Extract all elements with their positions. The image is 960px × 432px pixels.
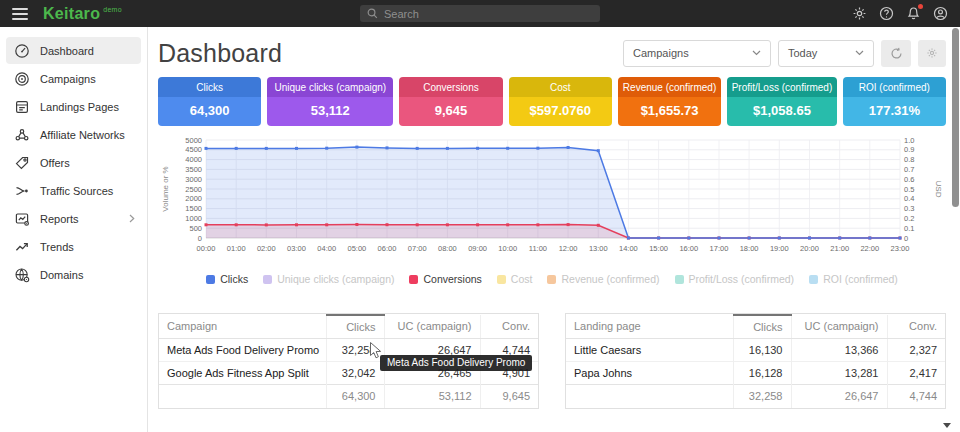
sidebar-item-label: Landings Pages xyxy=(40,101,135,113)
svg-text:03:00: 03:00 xyxy=(287,244,306,253)
svg-text:3000: 3000 xyxy=(185,175,202,184)
date-range-select[interactable]: Today xyxy=(778,40,874,67)
column-header-uc-campaign[interactable]: UC (campaign) xyxy=(791,315,887,339)
svg-text:0.6: 0.6 xyxy=(904,175,914,184)
metric-card-clicks[interactable]: Clicks64,300 xyxy=(158,77,261,126)
logo-text: Keitaro xyxy=(43,5,100,22)
legend-label: Conversions xyxy=(423,274,481,285)
metric-card-label: Conversions xyxy=(399,77,502,97)
chevron-right-icon xyxy=(129,214,135,223)
total-value: 26,647 xyxy=(791,385,887,408)
metric-card-profit-loss-confirmed[interactable]: Profit/Loss (confirmed)$1,058.65 xyxy=(727,77,837,126)
legend-swatch xyxy=(809,275,818,284)
svg-text:0.7: 0.7 xyxy=(904,165,914,174)
metric-card-value: 9,645 xyxy=(399,97,502,126)
svg-text:20:00: 20:00 xyxy=(800,244,819,253)
sidebar-item-traffic-sources[interactable]: Traffic Sources xyxy=(6,177,141,204)
row-value: 2,417 xyxy=(887,362,945,385)
sidebar-item-label: Dashboard xyxy=(40,45,135,57)
sidebar-item-domains[interactable]: Domains xyxy=(6,261,141,288)
legend-item-cost[interactable]: Cost xyxy=(497,274,533,285)
metric-card-cost[interactable]: Cost$597.0760 xyxy=(509,77,612,126)
column-header-conv[interactable]: Conv. xyxy=(887,315,945,339)
legend-item-revenue-confirmed[interactable]: Revenue (confirmed) xyxy=(547,274,659,285)
app-logo[interactable]: Keitarodemo xyxy=(43,6,122,22)
sidebar-item-affiliate-networks[interactable]: Affiliate Networks xyxy=(6,121,141,148)
row-name[interactable]: Little Caesars xyxy=(566,339,733,362)
help-icon[interactable] xyxy=(879,6,894,21)
legend-item-conversions[interactable]: Conversions xyxy=(409,274,481,285)
table-row[interactable]: Papa Johns16,12813,2812,417 xyxy=(566,362,945,385)
svg-text:3500: 3500 xyxy=(185,165,202,174)
network-icon xyxy=(14,127,30,143)
legend-item-roi-confirmed[interactable]: ROI (confirmed) xyxy=(809,274,898,285)
legend-swatch xyxy=(263,275,272,284)
column-header-landing-page[interactable]: Landing page xyxy=(566,315,733,339)
metric-card-roi-confirmed[interactable]: ROI (confirmed)177.31% xyxy=(843,77,946,126)
widget-settings-button[interactable] xyxy=(918,40,946,67)
total-value: 64,300 xyxy=(326,385,384,408)
svg-text:14:00: 14:00 xyxy=(619,244,638,253)
metric-card-conversions[interactable]: Conversions9,645 xyxy=(399,77,502,126)
legend-item-unique-clicks-campaign[interactable]: Unique clicks (campaign) xyxy=(263,274,394,285)
sidebar-item-label: Trends xyxy=(40,241,135,253)
scroll-down-arrow-icon[interactable] xyxy=(943,423,951,428)
svg-text:4000: 4000 xyxy=(185,155,202,164)
svg-text:02:00: 02:00 xyxy=(257,244,276,253)
column-header-conv[interactable]: Conv. xyxy=(480,315,538,339)
campaigns-filter-select[interactable]: Campaigns xyxy=(623,40,771,67)
tag-icon xyxy=(14,155,30,171)
svg-text:USD: USD xyxy=(934,181,943,198)
legend-item-profit-loss-confirmed[interactable]: Profit/Loss (confirmed) xyxy=(675,274,795,285)
sidebar-item-reports[interactable]: Reports xyxy=(6,205,141,232)
svg-text:0.9: 0.9 xyxy=(904,145,914,154)
svg-text:21:00: 21:00 xyxy=(830,244,849,253)
hamburger-menu-icon[interactable] xyxy=(12,8,28,20)
refresh-button[interactable] xyxy=(881,40,911,67)
sidebar-item-label: Reports xyxy=(40,213,129,225)
user-account-icon[interactable] xyxy=(933,6,948,21)
sidebar-item-campaigns[interactable]: Campaigns xyxy=(6,65,141,92)
sidebar-item-label: Traffic Sources xyxy=(40,185,135,197)
metric-card-label: Clicks xyxy=(158,77,261,97)
search-input[interactable] xyxy=(384,8,593,20)
search-icon xyxy=(367,8,378,19)
sidebar-item-offers[interactable]: Offers xyxy=(6,149,141,176)
gauge-icon xyxy=(14,43,30,59)
table-row[interactable]: Little Caesars16,13013,3662,327 xyxy=(566,339,945,362)
row-name[interactable]: Google Ads Fitness App Split xyxy=(159,362,326,385)
column-header-campaign[interactable]: Campaign xyxy=(159,315,326,339)
sidebar-item-dashboard[interactable]: Dashboard xyxy=(6,37,141,64)
metric-card-revenue-confirmed[interactable]: Revenue (confirmed)$1,655.73 xyxy=(618,77,721,126)
chevron-down-icon xyxy=(855,50,864,56)
column-header-uc-campaign[interactable]: UC (campaign) xyxy=(384,315,480,339)
total-value: 53,112 xyxy=(384,385,480,408)
svg-text:1000: 1000 xyxy=(185,214,202,223)
row-name[interactable]: Papa Johns xyxy=(566,362,733,385)
column-header-clicks[interactable]: Clicks xyxy=(733,315,791,339)
row-name[interactable]: Meta Ads Food Delivery Promo xyxy=(159,339,326,362)
row-value: 32,258 xyxy=(326,339,384,362)
global-search[interactable] xyxy=(360,5,600,22)
scrollbar-thumb[interactable] xyxy=(952,28,959,207)
traffic-chart[interactable]: 0500100015002000250030003500400045005000… xyxy=(158,134,946,262)
sidebar-item-landings-pages[interactable]: Landings Pages xyxy=(6,93,141,120)
legend-label: Cost xyxy=(511,274,533,285)
metric-card-unique-clicks-campaign[interactable]: Unique clicks (campaign)53,112 xyxy=(267,77,393,126)
page-title: Dashboard xyxy=(158,39,282,68)
column-header-clicks[interactable]: Clicks xyxy=(326,315,384,339)
row-value: 16,128 xyxy=(733,362,791,385)
metric-card-value: $1,655.73 xyxy=(618,97,721,126)
row-value: 16,130 xyxy=(733,339,791,362)
notifications-bell-icon[interactable] xyxy=(906,6,921,21)
legend-item-clicks[interactable]: Clicks xyxy=(206,274,248,285)
sidebar-item-trends[interactable]: Trends xyxy=(6,233,141,260)
sidebar-nav: DashboardCampaignsLandings PagesAffiliat… xyxy=(0,27,148,432)
svg-text:2000: 2000 xyxy=(185,194,202,203)
legend-swatch xyxy=(497,275,506,284)
metric-card-value: 177.31% xyxy=(843,97,946,126)
metric-cards-row: Clicks64,300Unique clicks (campaign)53,1… xyxy=(158,77,946,126)
page-scrollbar[interactable] xyxy=(952,27,959,431)
settings-gear-icon[interactable] xyxy=(852,6,867,21)
pages-icon xyxy=(14,99,30,115)
